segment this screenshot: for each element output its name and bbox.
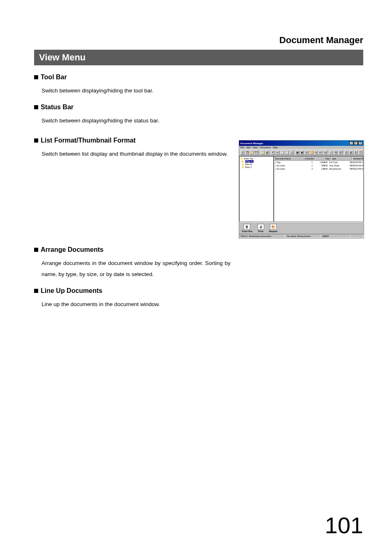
link-print[interactable]: 🖨 Print (258, 224, 264, 233)
menu-help[interactable]: Help (273, 146, 277, 149)
printer-icon: 🖨 (258, 224, 264, 230)
menu-document[interactable]: Document (260, 146, 270, 149)
toolbar-button[interactable]: ↪ (323, 150, 327, 155)
window-titlebar: Document Manager _ □ × (239, 140, 364, 146)
status-bar: Plan-A, 4Individual documents No name, M… (239, 234, 364, 238)
toolbar-button[interactable]: ✂ (276, 150, 280, 155)
toolbar-button[interactable]: 🔁 (309, 150, 314, 155)
tree-item[interactable]: 📂 Plan-A (240, 160, 272, 163)
tree-item[interactable]: 📁 Plan-B (240, 163, 272, 166)
tool-bar: ▯ ❐ 📂 💾 📁 🖨 ↶ ✂ 📋 📋 🔍 ▦ ▦ ✕ (239, 149, 364, 156)
sub-heading-lineup: Line Up Documents (34, 287, 363, 295)
bullet-icon (34, 248, 38, 252)
link-bar: 🗑 Trash Box 🖨 Print 🎨 Mspaint (239, 222, 364, 234)
bullet-icon (34, 138, 38, 143)
toolbar-button[interactable]: ↻ (338, 150, 342, 155)
toolbar-button[interactable]: ✕ (304, 150, 309, 155)
toolbar-button[interactable]: ⎙ (344, 150, 348, 155)
bullet-icon (34, 105, 38, 109)
toolbar-button[interactable]: 🖨 (265, 150, 269, 155)
window-title: Document Manager (240, 142, 263, 145)
sub-heading-label: Tool Bar (41, 74, 67, 81)
status-path: Plan-A, 4Individual documents (239, 234, 285, 238)
toolbar-button[interactable]: 📋 (285, 150, 289, 155)
col-header-name[interactable]: Document Name (274, 157, 300, 161)
toolbar-button[interactable]: ⇅ (334, 150, 338, 155)
toolbar-button[interactable]: ↩ (318, 150, 323, 155)
col-header-size[interactable]: Size (315, 157, 331, 161)
tree-item[interactable]: 📁 Plan-C (240, 166, 272, 168)
toolbar-button[interactable]: ⎙ (354, 150, 358, 155)
paint-icon: 🎨 (270, 224, 277, 230)
tree-root[interactable]: 📁 Desk Top (240, 157, 272, 160)
folder-tree[interactable]: 📁 Desk Top 📂 Plan-A 📁 Plan-B 📁 Plan-C (239, 156, 274, 222)
toolbar-button[interactable]: ▦ (295, 150, 300, 155)
col-header-number[interactable]: a Number (300, 157, 315, 161)
list-header: Document Name a Number Size type Revised… (274, 157, 363, 161)
trash-icon: 🗑 (244, 224, 250, 230)
body-text: Line up the documents in the document wi… (42, 299, 363, 310)
toolbar-button[interactable]: ▯ (240, 150, 244, 155)
sub-heading-tool-bar: Tool Bar (34, 74, 363, 81)
list-item[interactable]: ▯ No name 2 138KB Monochrome 08/05/23 PM… (274, 167, 363, 170)
status-grip (351, 234, 364, 238)
sub-heading-label: Arrange Documents (41, 246, 104, 253)
body-text: Arrange documents in the document window… (42, 258, 231, 280)
list-item[interactable]: ▯ No name 1 538KB Gray Scale 08/05/23 AM… (274, 164, 363, 167)
col-header-date[interactable]: Revised Date (352, 157, 363, 161)
sub-heading-status-bar: Status Bar (34, 104, 363, 111)
toolbar-button[interactable]: 🖨 (349, 150, 353, 155)
toolbar-button[interactable]: ↪ (314, 150, 318, 155)
toolbar-button[interactable]: 📁 (260, 150, 264, 155)
page-title: Document Manager (34, 35, 363, 46)
sub-heading-label: Status Bar (41, 104, 74, 111)
body-text: Switch between displaying/hiding the sta… (42, 115, 363, 126)
page-number: 101 (325, 512, 363, 539)
toolbar-button[interactable]: ↔ (329, 150, 333, 155)
status-doc: No name, Monochrome (285, 234, 321, 238)
toolbar-button[interactable]: ❐ (245, 150, 249, 155)
app-screenshot: Document Manager _ □ × File Edit View Do… (239, 140, 364, 239)
toolbar-button[interactable]: ↶ (271, 150, 275, 155)
status-size: 138KB (321, 234, 351, 238)
minimize-icon[interactable]: _ (349, 141, 353, 145)
bullet-icon (34, 75, 38, 79)
toolbar-button[interactable]: ▦ (300, 150, 304, 155)
toolbar-button[interactable]: ❓ (358, 150, 362, 155)
link-trash[interactable]: 🗑 Trash Box (242, 224, 253, 233)
body-text: Switch between list display and thumbnai… (42, 148, 231, 159)
body-text: Switch between displaying/hiding the too… (42, 85, 363, 96)
sub-heading-list-format: List Format/Thumbnail Format (34, 137, 231, 144)
maximize-icon[interactable]: □ (354, 141, 358, 145)
close-icon[interactable]: × (358, 141, 362, 145)
menu-file[interactable]: File (240, 146, 244, 149)
sub-heading-label: List Format/Thumbnail Format (41, 137, 136, 144)
bullet-icon (34, 289, 38, 293)
list-item[interactable]: ▯ Dog 1 1,068KB Full Color 08/04/03 PM 0… (274, 161, 363, 164)
menu-view[interactable]: View (253, 146, 258, 149)
link-mspaint[interactable]: 🎨 Mspaint (269, 224, 278, 233)
menu-bar: File Edit View Document Help (239, 146, 364, 149)
toolbar-button[interactable]: 📂 (249, 150, 254, 155)
toolbar-button[interactable]: 💾 (254, 150, 258, 155)
toolbar-button[interactable]: 📋 (280, 150, 284, 155)
menu-edit[interactable]: Edit (247, 146, 250, 149)
col-header-type[interactable]: type (331, 157, 352, 161)
section-heading: View Menu (34, 50, 363, 65)
document-list[interactable]: Document Name a Number Size type Revised… (274, 156, 364, 222)
sub-heading-arrange: Arrange Documents (34, 246, 363, 253)
sub-heading-label: Line Up Documents (41, 287, 102, 294)
toolbar-button[interactable]: 🔍 (289, 150, 293, 155)
